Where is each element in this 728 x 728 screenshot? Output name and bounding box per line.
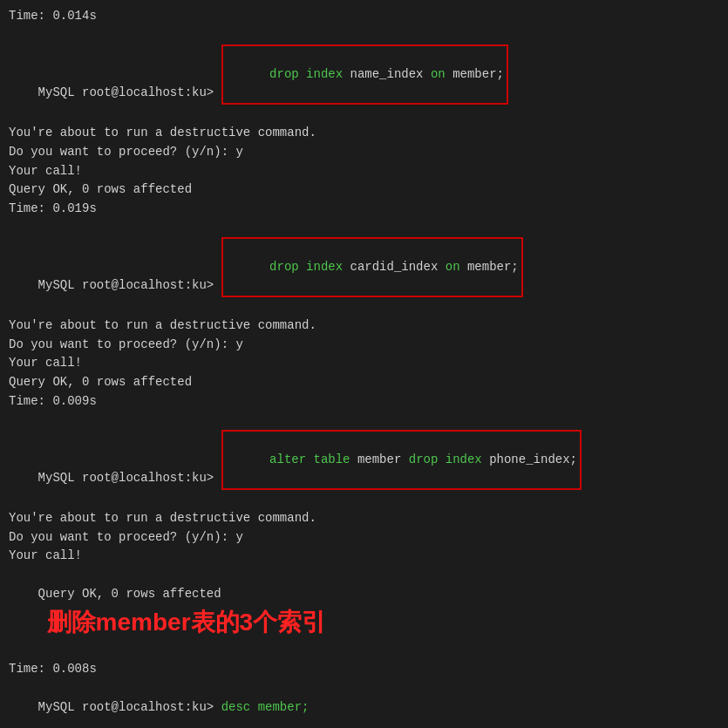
- keyword-table: table: [314, 452, 350, 466]
- keyword-drop3: drop: [409, 452, 439, 466]
- line-time3: Time: 0.009s: [9, 392, 719, 412]
- line-destruct2: You're about to run a destructive comman…: [9, 316, 719, 336]
- prompt4: MySQL root@localhost:ku>: [38, 700, 221, 714]
- keyword-alter: alter: [269, 452, 306, 466]
- keyword-drop1: drop: [269, 67, 299, 81]
- annotation-text: 删除member表的3个索引: [47, 609, 327, 636]
- keyword-index2: index: [306, 260, 343, 274]
- line-cmd4: MySQL root@localhost:ku> desc member;: [9, 679, 719, 728]
- line-time1: Time: 0.014s: [9, 7, 719, 26]
- line-time4: Time: 0.008s: [9, 660, 719, 679]
- keyword-index1: index: [306, 67, 343, 81]
- prompt1: MySQL root@localhost:ku>: [38, 86, 221, 100]
- line-query1: Query OK, 0 rows affected: [9, 180, 719, 200]
- line-destruct1: You're about to run a destructive comman…: [9, 124, 719, 143]
- keyword-on1: on: [431, 67, 446, 81]
- prompt3: MySQL root@localhost:ku>: [38, 472, 221, 486]
- line-time2: Time: 0.019s: [9, 200, 719, 219]
- line-destruct3: You're about to run a destructive comman…: [9, 509, 719, 528]
- prompt2: MySQL root@localhost:ku>: [38, 279, 221, 293]
- line-cmd1: MySQL root@localhost:ku> drop index name…: [9, 26, 719, 124]
- keyword-on2: on: [446, 260, 460, 274]
- line-query3-annotation: Query OK, 0 rows affected 删除member表的3个索引: [9, 566, 719, 660]
- line-proceed2: Do you want to proceed? (y/n): y: [9, 336, 719, 355]
- query-ok-text: Query OK, 0 rows affected: [38, 587, 221, 601]
- line-cmd2: MySQL root@localhost:ku> drop index card…: [9, 219, 719, 316]
- terminal: Time: 0.014s MySQL root@localhost:ku> dr…: [0, 0, 728, 728]
- line-yourcall1: Your call!: [9, 162, 719, 181]
- desc-cmd: desc member;: [221, 700, 310, 714]
- line-proceed1: Do you want to proceed? (y/n): y: [9, 143, 719, 162]
- keyword-index3: index: [446, 452, 482, 466]
- line-query2: Query OK, 0 rows affected: [9, 373, 719, 392]
- keyword-drop2: drop: [269, 260, 299, 274]
- line-cmd3: MySQL root@localhost:ku> alter table mem…: [9, 411, 719, 508]
- line-proceed3: Do you want to proceed? (y/n): y: [9, 528, 719, 548]
- line-yourcall3: Your call!: [9, 547, 719, 566]
- line-yourcall2: Your call!: [9, 354, 719, 373]
